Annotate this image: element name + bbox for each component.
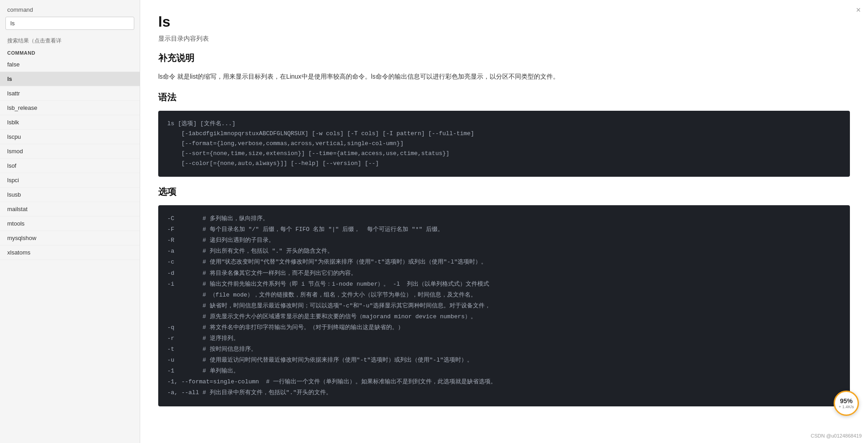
- sidebar-item-xlsatoms[interactable]: xlsatoms: [0, 245, 140, 260]
- options-title: 选项: [158, 186, 850, 200]
- sidebar-item-lsblk[interactable]: lsblk: [0, 115, 140, 130]
- syntax-code: ls [选项] [文件名...] [-1abcdfgiklmnopqrstuxA…: [158, 111, 850, 177]
- sidebar-list: falselslsattrlsb_releaselsblklscpulsmodl…: [0, 57, 140, 443]
- sidebar-item-lsattr[interactable]: lsattr: [0, 86, 140, 101]
- sidebar-item-mailstat[interactable]: mailstat: [0, 202, 140, 217]
- doc-subtitle: 显示目录内容列表: [158, 35, 850, 43]
- sidebar-item-lsof[interactable]: lsof: [0, 159, 140, 173]
- csdn-footer: CSDN @u0124868419: [811, 433, 862, 438]
- sidebar-section-label: COMMAND: [0, 47, 140, 57]
- sidebar-item-lsb_release[interactable]: lsb_release: [0, 101, 140, 115]
- sidebar: command 搜索结果（点击查看详 COMMAND falselslsattr…: [0, 0, 140, 443]
- search-input[interactable]: [5, 17, 134, 30]
- progress-speed: + 1.4K/s: [839, 405, 854, 409]
- sidebar-header: command: [0, 0, 140, 17]
- doc-title: ls: [158, 14, 850, 30]
- sidebar-item-mysqlshow[interactable]: mysqlshow: [0, 231, 140, 245]
- supplement-title: 补充说明: [158, 52, 850, 66]
- progress-percent: 95%: [840, 397, 853, 405]
- sidebar-item-false[interactable]: false: [0, 57, 140, 72]
- results-label[interactable]: 搜索结果（点击查看详: [0, 33, 140, 47]
- sidebar-item-lspci[interactable]: lspci: [0, 173, 140, 188]
- sidebar-item-mtools[interactable]: mtools: [0, 217, 140, 231]
- sidebar-item-ls[interactable]: ls: [0, 72, 140, 86]
- progress-badge: 95% + 1.4K/s: [834, 391, 859, 416]
- close-button[interactable]: ×: [856, 5, 861, 15]
- syntax-title: 语法: [158, 91, 850, 105]
- sidebar-item-lscpu[interactable]: lscpu: [0, 130, 140, 144]
- sidebar-item-lsmod[interactable]: lsmod: [0, 144, 140, 159]
- supplement-text: ls命令 就是list的缩写，用来显示目标列表，在Linux中是使用率较高的命令…: [158, 71, 850, 82]
- options-code: -C # 多列输出，纵向排序。 -F # 每个目录名加 "/" 后缀，每个 FI…: [158, 205, 850, 406]
- sidebar-item-lsusb[interactable]: lsusb: [0, 188, 140, 202]
- modal-content[interactable]: ls 显示目录内容列表 补充说明 ls命令 就是list的缩写，用来显示目标列表…: [140, 0, 868, 432]
